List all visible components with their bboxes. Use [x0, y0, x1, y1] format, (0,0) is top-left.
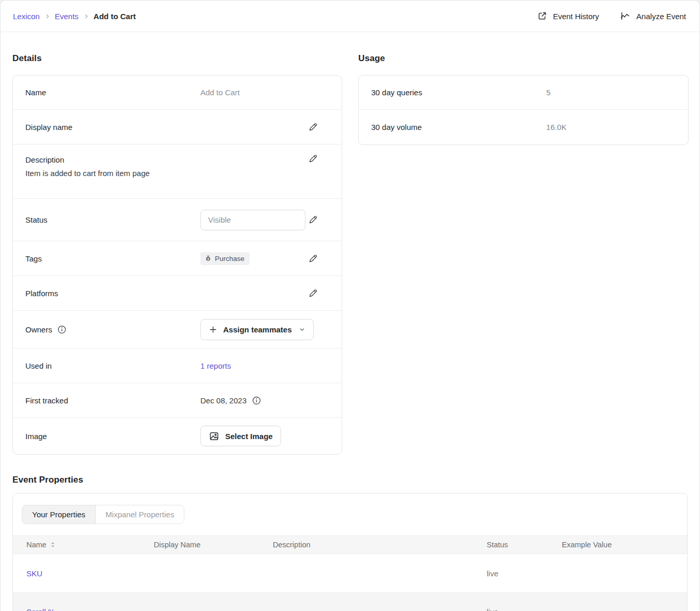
pencil-icon — [308, 288, 318, 298]
description-label: Description — [25, 155, 200, 164]
first-tracked-value: Dec 08, 2023 — [200, 396, 246, 405]
first-tracked-label: First tracked — [25, 396, 200, 405]
info-icon[interactable] — [252, 396, 261, 405]
details-title: Details — [12, 53, 342, 64]
name-label: Name — [25, 88, 200, 97]
usage-card: 30 day queries 5 30 day volume 16.0K — [358, 75, 689, 145]
property-status: live — [487, 607, 562, 611]
used-in-reports-link[interactable]: 1 reports — [200, 361, 231, 370]
external-link-icon — [537, 11, 547, 21]
line-chart-icon — [620, 11, 631, 21]
details-section: Details Name Add to Cart Display name — [12, 32, 342, 455]
detail-row-tags: Tags $ Purchase — [13, 241, 342, 275]
queries-label: 30 day queries — [371, 88, 546, 97]
properties-table-header: Name Display Name Description Status — [13, 535, 687, 554]
usage-title: Usage — [358, 53, 689, 64]
sort-icon[interactable] — [50, 541, 56, 548]
select-image-button[interactable]: Select Image — [200, 426, 281, 446]
usage-section: Usage 30 day queries 5 30 day volume 16.… — [358, 32, 689, 145]
edit-tags-button[interactable] — [307, 253, 319, 265]
status-value: Visible — [208, 215, 231, 224]
event-properties-section: Event Properties Your Properties Mixpane… — [12, 475, 688, 611]
assign-teammates-button[interactable]: Assign teammates — [200, 319, 314, 340]
detail-row-status: Status Visible — [13, 198, 342, 241]
plus-icon — [209, 325, 217, 334]
analyze-event-label: Analyze Event — [636, 12, 686, 21]
detail-row-platforms: Platforms — [13, 275, 342, 310]
queries-value: 5 — [546, 88, 550, 97]
pencil-icon — [308, 154, 318, 164]
owners-label: Owners — [25, 325, 52, 334]
event-properties-title: Event Properties — [12, 475, 688, 485]
assign-teammates-label: Assign teammates — [223, 325, 292, 334]
name-value: Add to Cart — [200, 88, 240, 97]
owners-label-group: Owners — [25, 325, 200, 334]
chevron-right-icon — [83, 13, 89, 19]
header-status: Status — [487, 541, 562, 549]
event-properties-card: Your Properties Mixpanel Properties Name — [12, 493, 688, 611]
status-select[interactable]: Visible — [200, 210, 305, 230]
edit-description-button[interactable] — [307, 153, 319, 165]
info-icon[interactable] — [57, 325, 67, 334]
tag-chip-purchase[interactable]: $ Purchase — [200, 252, 250, 265]
description-text: Item is added to cart from item page — [25, 169, 329, 178]
top-bar: Lexicon Events Add to Cart Event Hist — [1, 1, 699, 32]
usage-row-volume: 30 day volume 16.0K — [359, 109, 688, 144]
header-name[interactable]: Name — [26, 541, 47, 549]
tag-label: Purchase — [215, 255, 244, 263]
image-label: Image — [25, 432, 200, 441]
top-actions: Event History Analyze Event — [537, 11, 686, 21]
display-name-label: Display name — [25, 123, 200, 132]
table-row[interactable]: SKU live — [13, 554, 687, 592]
main-content: Details Name Add to Cart Display name — [1, 32, 699, 611]
status-label: Status — [25, 215, 200, 224]
pencil-icon — [308, 254, 318, 264]
event-history-button[interactable]: Event History — [537, 11, 599, 21]
chevron-down-icon — [299, 326, 305, 333]
platforms-label: Platforms — [25, 289, 200, 298]
detail-row-name: Name Add to Cart — [13, 76, 342, 109]
volume-value: 16.0K — [546, 123, 566, 132]
image-icon — [209, 431, 220, 442]
breadcrumb: Lexicon Events Add to Cart — [13, 12, 136, 21]
breadcrumb-current-event: Add to Cart — [94, 12, 136, 21]
breadcrumb-events[interactable]: Events — [55, 12, 79, 21]
edit-platforms-button[interactable] — [307, 287, 319, 299]
header-example-value: Example Value — [562, 541, 687, 549]
details-card: Name Add to Cart Display name — [12, 75, 342, 455]
analyze-event-button[interactable]: Analyze Event — [620, 11, 686, 21]
property-link[interactable]: SKU — [26, 569, 154, 578]
breadcrumb-lexicon[interactable]: Lexicon — [13, 12, 40, 21]
tags-label: Tags — [25, 254, 200, 263]
detail-row-display-name: Display name — [13, 109, 342, 144]
properties-table: Name Display Name Description Status — [13, 535, 687, 611]
detail-row-owners: Owners — [13, 310, 342, 348]
properties-tabs: Your Properties Mixpanel Properties — [22, 505, 184, 524]
event-history-label: Event History — [553, 12, 599, 21]
tab-your-properties[interactable]: Your Properties — [22, 505, 95, 523]
detail-row-image: Image Select Image — [13, 417, 342, 454]
property-status: live — [487, 569, 562, 578]
detail-row-description: Description Item is added to cart from i… — [13, 144, 342, 198]
header-display-name: Display Name — [154, 541, 273, 549]
pencil-icon — [308, 215, 318, 225]
lexicon-event-detail-page: Lexicon Events Add to Cart Event Hist — [0, 0, 700, 611]
edit-status-button[interactable] — [307, 214, 319, 226]
pencil-icon — [308, 122, 318, 132]
detail-row-used-in: Used in 1 reports — [13, 348, 342, 383]
used-in-label: Used in — [25, 361, 200, 370]
header-description: Description — [273, 541, 487, 549]
volume-label: 30 day volume — [371, 123, 546, 132]
detail-row-first-tracked: First tracked Dec 08, 2023 — [13, 383, 342, 417]
chevron-right-icon — [45, 13, 50, 19]
table-row[interactable]: Scroll % live — [13, 592, 687, 611]
money-bag-icon: $ — [205, 255, 212, 262]
usage-row-queries: 30 day queries 5 — [359, 76, 688, 109]
edit-display-name-button[interactable] — [307, 121, 319, 133]
tab-mixpanel-properties[interactable]: Mixpanel Properties — [95, 505, 184, 523]
select-image-label: Select Image — [225, 432, 273, 441]
property-link[interactable]: Scroll % — [26, 607, 154, 611]
